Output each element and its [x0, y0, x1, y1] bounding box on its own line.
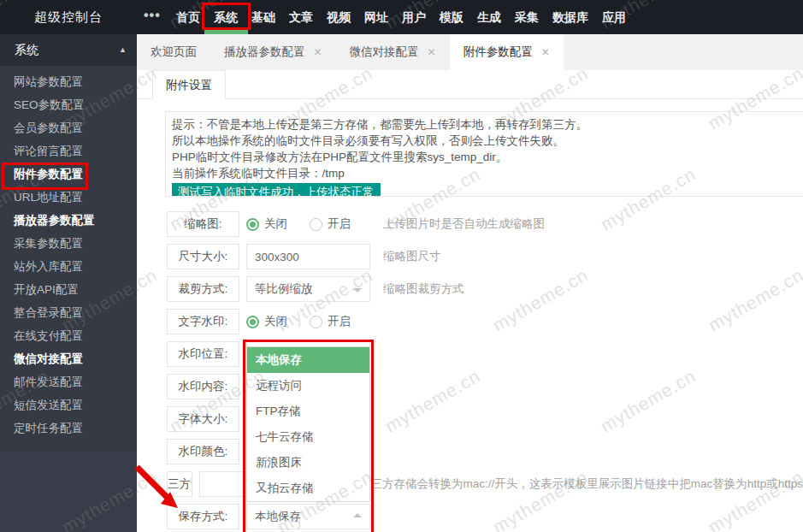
label-size: 尺寸大小:	[167, 244, 239, 269]
radio-label-关闭[interactable]: 关闭	[264, 216, 287, 232]
nav-active-indicator	[204, 30, 248, 34]
top-nav: 首页系统基础文章视频网址用户模版生成采集数据库应用	[176, 0, 626, 34]
control-crop-mode: 等比例缩放	[246, 276, 370, 302]
hint-thumbnail: 上传图片时是否自动生成缩略图	[383, 211, 545, 237]
sidebar: 系统 ▲ 网站参数配置SEO参数配置会员参数配置评论留言配置附件参数配置URL地…	[0, 34, 137, 532]
topnav-item-首页[interactable]: 首页	[176, 0, 200, 34]
tab-label: 附件参数配置	[463, 44, 533, 60]
label-crop-mode: 裁剪方式:	[167, 276, 239, 302]
input-size[interactable]	[246, 244, 370, 269]
sidebar-item-会员参数配置[interactable]: 会员参数配置	[0, 116, 137, 139]
app-title: 超级控制台	[34, 0, 103, 34]
control-thumbnail: 关闭开启	[246, 211, 370, 237]
sidebar-item-开放API配置[interactable]: 开放API配置	[0, 278, 137, 301]
notice-lines: 提示：不管是本地上传还是第三方存储，都需要先上传到本地，再转存到第三方。所以本地…	[172, 116, 803, 181]
dropdown-option-又拍云存储[interactable]: 又拍云存储	[247, 476, 369, 501]
tab-close-icon[interactable]: ✕	[541, 46, 550, 58]
topnav-item-文章[interactable]: 文章	[289, 0, 313, 34]
tab-close-icon[interactable]: ✕	[314, 46, 322, 58]
sidebar-group-label: 系统	[15, 43, 38, 56]
hint-size: 缩略图尺寸	[383, 244, 441, 269]
topnav-item-视频[interactable]: 视频	[327, 0, 351, 34]
label-third-party-protocol: 三方访问协...	[167, 471, 192, 497]
inner-tabbar: 附件设置	[137, 70, 803, 99]
radio-text-watermark-开启[interactable]	[310, 316, 322, 328]
tab-微信对接配置[interactable]: 微信对接配置✕	[336, 34, 450, 70]
radio-text-watermark-关闭[interactable]	[246, 316, 259, 328]
tab-附件参数配置[interactable]: 附件参数配置✕	[450, 34, 564, 70]
sidebar-item-URL地址配置[interactable]: URL地址配置	[0, 186, 137, 209]
sidebar-group-system[interactable]: 系统 ▲	[0, 34, 137, 66]
notice-line-3: PHP临时文件目录修改方法在PHP配置文件里搜索sys_temp_dir。	[172, 149, 803, 165]
sidebar-item-网站参数配置[interactable]: 网站参数配置	[0, 70, 137, 93]
sidebar-item-附件参数配置[interactable]: 附件参数配置	[0, 163, 137, 186]
sidebar-item-在线支付配置[interactable]: 在线支付配置	[0, 324, 137, 347]
tab-label: 欢迎页面	[151, 44, 197, 60]
sidebar-item-采集参数配置[interactable]: 采集参数配置	[0, 232, 137, 255]
topnav-item-采集[interactable]: 采集	[515, 0, 539, 34]
label-font-size: 字体大小:	[167, 406, 239, 432]
tab-close-icon[interactable]: ✕	[428, 46, 436, 58]
topnav-item-网址[interactable]: 网址	[364, 0, 388, 34]
control-text-watermark: 关闭开启	[246, 309, 370, 334]
content-panel: 附件设置 提示：不管是本地上传还是第三方存储，都需要先上传到本地，再转存到第三方…	[137, 70, 803, 532]
radio-label-关闭[interactable]: 关闭	[264, 314, 287, 329]
chevron-down-icon	[353, 288, 362, 293]
sidebar-item-SEO参数配置[interactable]: SEO参数配置	[0, 93, 137, 116]
save-method-dropdown: 本地保存远程访问FTP存储七牛云存储新浪图床又拍云存储	[246, 346, 370, 502]
tab-attachment-settings[interactable]: 附件设置	[152, 70, 226, 99]
select-save-method[interactable]: 本地保存	[246, 504, 370, 529]
dropdown-option-七牛云存储[interactable]: 七牛云存储	[247, 424, 369, 450]
topnav-item-模版[interactable]: 模版	[440, 0, 463, 34]
radio-label-开启[interactable]: 开启	[328, 314, 351, 329]
form-row-size: 尺寸大小:缩略图尺寸	[167, 244, 803, 269]
radio-group-thumbnail: 关闭开启	[246, 211, 370, 237]
topnav-item-基础[interactable]: 基础	[251, 0, 275, 34]
tab-label: 播放器参数配置	[224, 44, 305, 60]
radio-label-开启[interactable]: 开启	[328, 216, 351, 232]
control-save-method: 本地保存	[246, 504, 370, 529]
topnav-item-数据库[interactable]: 数据库	[552, 0, 588, 34]
hint-third-party-protocol: 使用第三方存储会转换为mac://开头，这表示模板里展示图片链接中把mac替换为…	[336, 471, 803, 497]
sidebar-item-整合登录配置[interactable]: 整合登录配置	[0, 301, 137, 324]
sidebar-item-微信对接配置[interactable]: 微信对接配置	[0, 347, 137, 370]
topnav-item-应用[interactable]: 应用	[602, 0, 626, 34]
dropdown-option-本地保存[interactable]: 本地保存	[247, 347, 369, 373]
radio-thumbnail-开启[interactable]	[310, 218, 322, 231]
sidebar-item-短信发送配置[interactable]: 短信发送配置	[0, 393, 137, 417]
control-size	[246, 244, 370, 269]
radio-group-text-watermark: 关闭开启	[246, 309, 370, 334]
form-row-text-watermark: 文字水印:关闭开启	[167, 309, 803, 334]
sidebar-item-定时任务配置[interactable]: 定时任务配置	[0, 417, 137, 440]
label-thumbnail: 缩略图:	[167, 211, 239, 237]
dropdown-option-远程访问[interactable]: 远程访问	[247, 373, 369, 399]
topnav-item-生成[interactable]: 生成	[477, 0, 501, 34]
topnav-item-用户[interactable]: 用户	[402, 0, 426, 34]
more-menu-icon[interactable]: •••	[144, 0, 161, 31]
form-row-crop-mode: 裁剪方式:等比例缩放缩略图裁剪方式	[167, 276, 803, 302]
dropdown-option-FTP存储[interactable]: FTP存储	[247, 399, 369, 424]
status-badge: 测试写入临时文件成功，上传状态正常	[172, 183, 381, 197]
form-row-save-method: 保存方式:本地保存	[167, 504, 803, 529]
label-watermark-content: 水印内容:	[167, 374, 239, 399]
top-header: 超级控制台 ••• 首页系统基础文章视频网址用户模版生成采集数据库应用	[0, 0, 803, 34]
radio-thumbnail-关闭[interactable]	[246, 218, 259, 231]
tab-播放器参数配置[interactable]: 播放器参数配置✕	[210, 34, 336, 70]
sidebar-item-播放器参数配置[interactable]: 播放器参数配置	[0, 209, 137, 232]
label-text-watermark: 文字水印:	[167, 309, 239, 334]
form-row-thumbnail: 缩略图:关闭开启上传图片时是否自动生成缩略图	[167, 211, 803, 237]
collapse-caret-icon: ▲	[119, 34, 127, 66]
hint-crop-mode: 缩略图裁剪方式	[383, 276, 464, 302]
sidebar-item-评论留言配置[interactable]: 评论留言配置	[0, 139, 137, 163]
notice-line-4: 当前操作系统临时文件目录：/tmp	[172, 165, 803, 181]
select-crop-mode[interactable]: 等比例缩放	[246, 276, 370, 302]
page-tabbar: 欢迎页面播放器参数配置✕微信对接配置✕附件参数配置✕	[137, 34, 803, 70]
tab-label: 微信对接配置	[350, 44, 419, 60]
sidebar-item-站外入库配置[interactable]: 站外入库配置	[0, 255, 137, 278]
tab-欢迎页面[interactable]: 欢迎页面	[137, 34, 210, 70]
label-watermark-color: 水印颜色:	[167, 439, 239, 464]
dropdown-option-新浪图床[interactable]: 新浪图床	[247, 450, 369, 476]
topnav-item-系统[interactable]: 系统	[214, 0, 238, 34]
sidebar-item-邮件发送配置[interactable]: 邮件发送配置	[0, 370, 137, 393]
label-save-method: 保存方式:	[167, 504, 239, 529]
